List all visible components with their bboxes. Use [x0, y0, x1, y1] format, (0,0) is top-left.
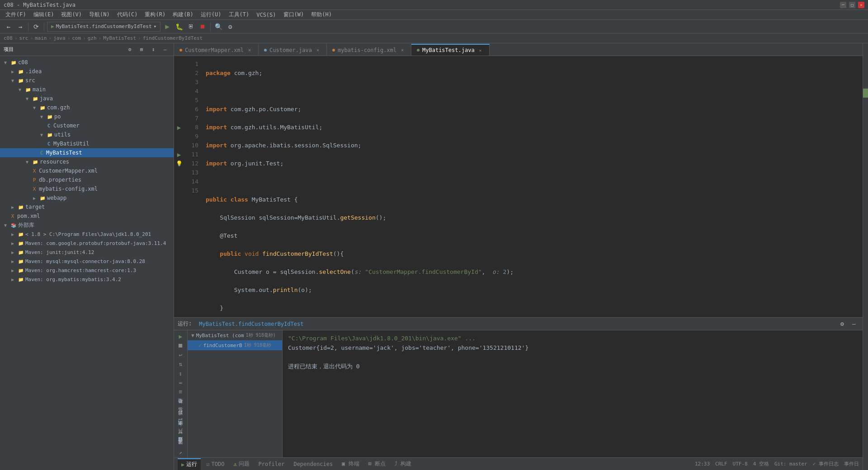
- tree-item-c08[interactable]: ▼ 📁 c08: [0, 58, 174, 67]
- bottom-tab-run[interactable]: ▶ 运行: [178, 458, 201, 470]
- tree-item-mysql[interactable]: ▶ 📁 Maven: mysql:mysql-connector-java:8.…: [0, 257, 174, 266]
- run-action-sort1[interactable]: ⇅: [175, 360, 186, 368]
- tree-item-idea[interactable]: ▶ 📁 .idea: [0, 67, 174, 76]
- run-action-equals[interactable]: =: [175, 378, 186, 386]
- run-action-rerun[interactable]: ↩: [175, 351, 186, 359]
- tree-item-customermapper[interactable]: X CustomerMapper.xml: [0, 166, 174, 175]
- breadcrumb-item[interactable]: com: [72, 35, 81, 41]
- run-tree-parent[interactable]: ▼ MyBatisTest (com 1秒 918毫秒): [188, 330, 282, 340]
- gutter-mark-7: [174, 114, 184, 123]
- menu-help[interactable]: 帮助(H): [307, 10, 335, 19]
- menu-nav[interactable]: 导航(N): [85, 10, 113, 19]
- tree-item-external-libs[interactable]: ▼ 📚 外部库: [0, 221, 174, 230]
- tree-item-resources[interactable]: ▼ 📁 resources: [0, 157, 174, 166]
- gutter-run-8[interactable]: ▶: [174, 123, 184, 132]
- sidebar-gear[interactable]: ⚙: [125, 45, 135, 55]
- tree-item-mybatis[interactable]: ▶ 📁 Maven: org.mybatis:mybatis:3.4.2: [0, 275, 174, 284]
- tree-item-hamcrest[interactable]: ▶ 📁 Maven: org.hamcrest:hamcrest-core:1.…: [0, 266, 174, 275]
- tab-close[interactable]: ✕: [477, 47, 484, 53]
- breadcrumb-item[interactable]: gzh: [88, 35, 97, 41]
- code-editor[interactable]: ▶ ▶ 💡 1 2 3 4 5 6 7 8 9 10 11: [174, 56, 863, 317]
- sidebar-sort[interactable]: ↕: [148, 45, 158, 55]
- tree-item-target[interactable]: ▶ 📁 target: [0, 202, 174, 212]
- tree-item-jdk[interactable]: ▶ 📁 < 1.8 > C:\Program Files\Java\jdk1.8…: [0, 230, 174, 239]
- breadcrumb-item[interactable]: findCustomerByIdTest: [143, 35, 203, 41]
- code-content[interactable]: package com.gzh; import com.gzh.po.Custo…: [202, 56, 863, 317]
- tab-close[interactable]: ✕: [315, 47, 321, 53]
- tab-customer[interactable]: Customer.java ✕: [259, 44, 327, 56]
- menu-vcs[interactable]: VCS(S): [253, 11, 279, 19]
- menu-file[interactable]: 文件(F): [2, 10, 30, 19]
- tab-dot: [179, 49, 182, 52]
- tree-item-comgzh[interactable]: ▼ 📁 com.gzh: [0, 103, 174, 112]
- bottom-tab-dependencies[interactable]: Dependencies: [290, 458, 336, 470]
- menu-run[interactable]: 运行(U): [197, 10, 225, 19]
- run-button[interactable]: ▶: [162, 22, 172, 32]
- tab-mybatistest[interactable]: MyBatisTest.java ✕: [411, 44, 490, 56]
- menu-build[interactable]: 构建(B): [169, 10, 197, 19]
- tree-item-main[interactable]: ▼ 📁 main: [0, 85, 174, 94]
- toolbar-nav-back[interactable]: ←: [4, 22, 14, 32]
- sidebar-collapse[interactable]: —: [160, 45, 170, 55]
- tab-close[interactable]: ✕: [246, 47, 253, 53]
- run-with-coverage[interactable]: ⛨: [186, 22, 196, 32]
- bottom-tab-problems[interactable]: ⚠ 问题: [230, 458, 253, 470]
- run-action-stop[interactable]: ⏹: [175, 341, 186, 349]
- toolbar-recent[interactable]: ⟳: [31, 22, 41, 32]
- tree-item-mybatisutil[interactable]: C MyBatisUtil: [0, 139, 174, 148]
- tree-item-src[interactable]: ▼ 📁 src: [0, 76, 174, 85]
- tree-item-dbprop[interactable]: P db.properties: [0, 175, 174, 184]
- run-action-check[interactable]: ✓: [175, 398, 186, 406]
- tree-item-mybatisconfig[interactable]: X mybatis-config.xml: [0, 184, 174, 193]
- sidebar-layout[interactable]: ⊞: [137, 45, 146, 55]
- close-button[interactable]: ✕: [858, 2, 864, 8]
- menu-edit[interactable]: 编辑(E): [30, 10, 58, 19]
- run-action-menu[interactable]: ≡: [175, 388, 186, 396]
- tree-item-pomxml[interactable]: X pom.xml: [0, 212, 174, 221]
- run-action-play[interactable]: ▶: [175, 332, 186, 340]
- tree-item-po[interactable]: ▼ 📁 po: [0, 112, 174, 121]
- run-status-text: ✓ 测试 已通过: 1共 1 个测试 – 1秒 918毫秒: [178, 407, 184, 456]
- menu-view[interactable]: 视图(V): [57, 10, 85, 19]
- bottom-tab-terminal[interactable]: ▣ 终端: [338, 458, 363, 470]
- tree-label: CustomerMapper.xml: [39, 168, 98, 174]
- menu-window[interactable]: 窗口(W): [280, 10, 308, 19]
- tree-item-java[interactable]: ▼ 📁 java: [0, 94, 174, 103]
- tree-item-junit[interactable]: ▶ 📁 Maven: junit:junit:4.12: [0, 248, 174, 257]
- gutter-warn-12[interactable]: 💡: [174, 159, 184, 168]
- bottom-tab-todo[interactable]: ☑ TODO: [203, 458, 228, 470]
- bottom-tab-profiler[interactable]: Profiler: [255, 458, 288, 470]
- breadcrumb-item[interactable]: MyBatisTest: [103, 35, 136, 41]
- toolbar-nav-forward[interactable]: →: [15, 22, 25, 32]
- bottom-tab-build[interactable]: ⤴ 构建: [391, 458, 415, 470]
- breadcrumb-item[interactable]: main: [35, 35, 47, 41]
- run-action-sort2[interactable]: ↕: [175, 369, 186, 377]
- minimize-button[interactable]: ─: [840, 2, 846, 8]
- tree-item-utils[interactable]: ▼ 📁 utils: [0, 130, 174, 139]
- xml-icon: X: [9, 212, 16, 220]
- tree-item-webapp[interactable]: ▶ 📁 webapp: [0, 193, 174, 202]
- menu-tools[interactable]: 工具(T): [225, 10, 253, 19]
- breadcrumb-item[interactable]: java: [53, 35, 66, 41]
- tree-item-customer[interactable]: C Customer: [0, 121, 174, 130]
- gutter-run-11[interactable]: ▶: [174, 150, 184, 159]
- stop-button[interactable]: ⏹: [198, 22, 208, 32]
- menu-refactor[interactable]: 重构(R): [141, 10, 169, 19]
- bottom-tab-breakpoints[interactable]: ⊞ 断点: [365, 458, 389, 470]
- run-tree-child[interactable]: ✓ findCustomerB 1秒 918毫秒: [188, 340, 282, 350]
- toolbar-settings[interactable]: ⚙: [225, 22, 235, 32]
- breadcrumb-item[interactable]: c08: [4, 35, 13, 41]
- tree-item-protobuf[interactable]: ▶ 📁 Maven: com.google.protobuf:protobuf-…: [0, 239, 174, 248]
- menu-code[interactable]: 代码(C): [113, 10, 142, 19]
- run-panel-settings[interactable]: ⚙: [837, 319, 847, 329]
- run-config-selector[interactable]: ▶ MyBatisTest.findCustomerByIdTest ▾: [47, 22, 160, 32]
- tab-customermapper[interactable]: CustomerMapper.xml ✕: [174, 44, 259, 56]
- toolbar-search[interactable]: 🔍: [213, 22, 223, 32]
- tab-mybatis-config[interactable]: mybatis-config.xml ✕: [327, 44, 411, 56]
- breadcrumb-item[interactable]: src: [19, 35, 28, 41]
- maximize-button[interactable]: □: [849, 2, 855, 8]
- tab-close[interactable]: ✕: [399, 47, 406, 53]
- run-panel-close[interactable]: —: [849, 319, 859, 329]
- debug-button[interactable]: 🐛: [174, 22, 184, 32]
- tree-item-mybatistest[interactable]: C MyBatisTest: [0, 148, 174, 157]
